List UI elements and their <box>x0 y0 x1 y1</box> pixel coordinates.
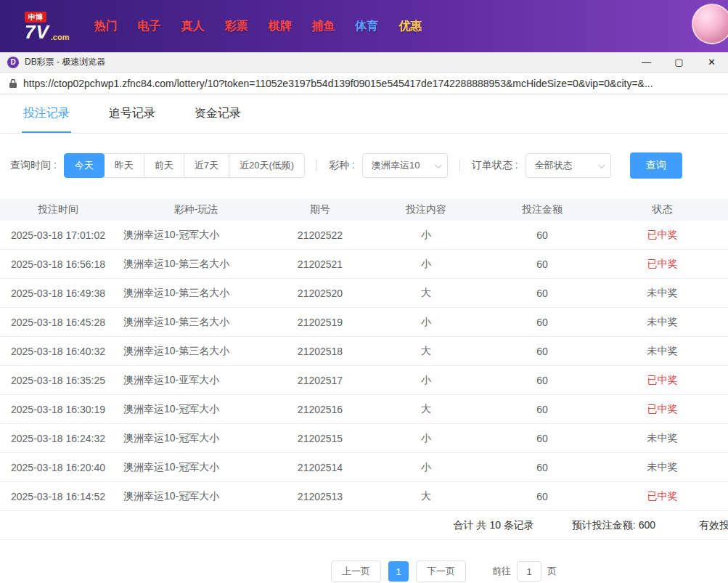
cell-play: 澳洲幸运10-冠军大小 <box>116 229 276 242</box>
tab-资金记录[interactable]: 资金记录 <box>193 94 242 133</box>
cell-time: 2025-03-18 16:24:32 <box>0 433 116 444</box>
search-button[interactable]: 查询 <box>630 152 682 179</box>
minimize-button[interactable]: — <box>630 52 663 72</box>
cell-issue: 21202518 <box>276 346 364 357</box>
cell-content: 小 <box>364 258 488 271</box>
cell-play: 澳洲幸运10-第三名大小 <box>116 316 276 329</box>
column-header-issue: 期号 <box>276 203 364 216</box>
cell-time: 2025-03-18 16:20:40 <box>0 462 116 473</box>
cell-content: 大 <box>364 345 488 358</box>
tab-投注记录[interactable]: 投注记录 <box>22 94 71 133</box>
nav-item-体育[interactable]: 体育 <box>356 19 379 34</box>
tabs: 投注记录追号记录资金记录 <box>0 94 728 134</box>
cell-content: 大 <box>364 287 488 300</box>
pagination: 上一页 1 下一页 前往 1 页 <box>80 560 728 582</box>
filter-divider <box>316 160 317 171</box>
cell-play: 澳洲幸运10-亚军大小 <box>116 374 276 387</box>
top-nav: 热门电子真人彩票棋牌捕鱼体育优惠 <box>94 19 422 34</box>
cell-amount: 60 <box>488 404 597 415</box>
time-filter-近20天(低频)[interactable]: 近20天(低频) <box>229 153 305 178</box>
cell-play: 澳洲幸运10-第三名大小 <box>116 287 276 300</box>
cell-time: 2025-03-18 16:35:25 <box>0 375 116 386</box>
site-logo[interactable]: 申博 7V .com <box>25 12 70 41</box>
cell-amount: 60 <box>488 229 597 241</box>
cell-amount: 60 <box>488 433 597 444</box>
column-header-content: 投注内容 <box>364 203 488 216</box>
goto-page-input[interactable]: 1 <box>517 561 541 582</box>
window-title: DB彩票 - 极速浏览器 <box>25 56 630 68</box>
current-page-button[interactable]: 1 <box>388 561 409 582</box>
expected-amount-text: 预计投注金额: 600 <box>572 519 655 532</box>
cell-time: 2025-03-18 16:40:32 <box>0 346 116 357</box>
cell-issue: 21202514 <box>276 462 364 473</box>
time-filter-昨天[interactable]: 昨天 <box>104 153 144 178</box>
url-text[interactable]: https://ctop02pchwp1.zfnc84.com/lottery/… <box>23 78 653 89</box>
cell-issue: 21202513 <box>276 491 364 502</box>
table-row: 2025-03-18 16:20:40澳洲幸运10-冠军大小21202514小6… <box>0 453 728 482</box>
cell-status: 未中奖 <box>597 287 728 300</box>
cell-amount: 60 <box>488 317 597 328</box>
prev-page-button[interactable]: 上一页 <box>331 560 381 582</box>
logo-main-text: 7V <box>25 23 49 41</box>
cell-amount: 60 <box>488 462 597 473</box>
chevron-down-icon <box>435 161 442 168</box>
cell-status: 已中奖 <box>597 229 728 242</box>
chevron-down-icon <box>598 161 605 168</box>
table-row: 2025-03-18 16:14:52澳洲幸运10-冠军大小21202513大6… <box>0 482 728 511</box>
cell-status: 已中奖 <box>597 374 728 387</box>
cell-play: 澳洲幸运10-第三名大小 <box>116 345 276 358</box>
cell-time: 2025-03-18 16:14:52 <box>0 491 116 502</box>
cell-content: 小 <box>364 229 488 242</box>
table-header: 投注时间彩种-玩法期号投注内容投注金额状态 <box>0 199 728 221</box>
cell-amount: 60 <box>488 491 597 502</box>
cell-issue: 21202522 <box>276 229 364 241</box>
nav-item-彩票[interactable]: 彩票 <box>225 19 248 34</box>
table-body: 2025-03-18 17:01:02澳洲幸运10-冠军大小21202522小6… <box>0 221 728 511</box>
browser-urlbar[interactable]: https://ctop02pchwp1.zfnc84.com/lottery/… <box>0 73 728 94</box>
browser-favicon-icon: D <box>7 57 19 68</box>
table-summary-row: 合计 共 10 条记录 预计投注金额: 600 有效投注金 <box>0 511 728 540</box>
lottery-select[interactable]: 澳洲幸运10 <box>362 153 448 178</box>
nav-item-真人[interactable]: 真人 <box>181 19 205 34</box>
user-avatar[interactable] <box>692 4 728 44</box>
tab-追号记录[interactable]: 追号记录 <box>107 94 157 133</box>
table-row: 2025-03-18 16:24:32澳洲幸运10-冠军大小21202515小6… <box>0 424 728 453</box>
close-button[interactable]: ✕ <box>695 52 728 72</box>
time-filter-今天[interactable]: 今天 <box>64 153 105 178</box>
time-filter-group: 今天昨天前天近7天近20天(低频) <box>64 153 305 178</box>
lock-icon <box>9 78 17 89</box>
table-row: 2025-03-18 16:40:32澳洲幸运10-第三名大小21202518大… <box>0 337 728 366</box>
cell-status: 已中奖 <box>597 490 728 503</box>
nav-item-热门[interactable]: 热门 <box>94 19 118 34</box>
cell-time: 2025-03-18 16:56:18 <box>0 258 116 270</box>
status-select-label: 订单状态 : <box>472 159 518 172</box>
time-filter-前天[interactable]: 前天 <box>144 153 184 178</box>
cell-status: 未中奖 <box>597 461 728 474</box>
cell-play: 澳洲幸运10-冠军大小 <box>116 432 276 445</box>
nav-item-捕鱼[interactable]: 捕鱼 <box>312 19 335 34</box>
window-controls: — ▢ ✕ <box>630 52 728 72</box>
cell-time: 2025-03-18 16:45:28 <box>0 317 116 328</box>
filter-bar: 查询时间 : 今天昨天前天近7天近20天(低频) 彩种 : 澳洲幸运10 订单状… <box>0 152 728 179</box>
cell-time: 2025-03-18 17:01:02 <box>0 229 116 241</box>
nav-item-棋牌[interactable]: 棋牌 <box>269 19 292 34</box>
cell-play: 澳洲幸运10-冠军大小 <box>116 403 276 416</box>
next-page-button[interactable]: 下一页 <box>416 560 466 582</box>
bet-records-table: 投注时间彩种-玩法期号投注内容投注金额状态 2025-03-18 17:01:0… <box>0 199 728 540</box>
cell-play: 澳洲幸运10-冠军大小 <box>116 461 276 474</box>
order-status-select[interactable]: 全部状态 <box>525 153 611 178</box>
time-filter-label: 查询时间 : <box>10 159 57 172</box>
nav-item-优惠[interactable]: 优惠 <box>399 19 422 34</box>
valid-amount-text: 有效投注金 <box>699 519 728 532</box>
column-header-amount: 投注金额 <box>488 203 597 216</box>
cell-content: 大 <box>364 403 488 416</box>
cell-status: 未中奖 <box>597 432 728 445</box>
cell-time: 2025-03-18 16:49:38 <box>0 288 116 299</box>
nav-item-电子[interactable]: 电子 <box>138 19 161 34</box>
column-header-play: 彩种-玩法 <box>116 203 276 216</box>
maximize-button[interactable]: ▢ <box>663 52 695 72</box>
table-row: 2025-03-18 16:56:18澳洲幸运10-第三名大小21202521小… <box>0 250 728 279</box>
time-filter-近7天[interactable]: 近7天 <box>184 153 229 178</box>
logo-suffix-text: .com <box>51 33 70 41</box>
goto-page-label: 前往 <box>492 565 511 578</box>
